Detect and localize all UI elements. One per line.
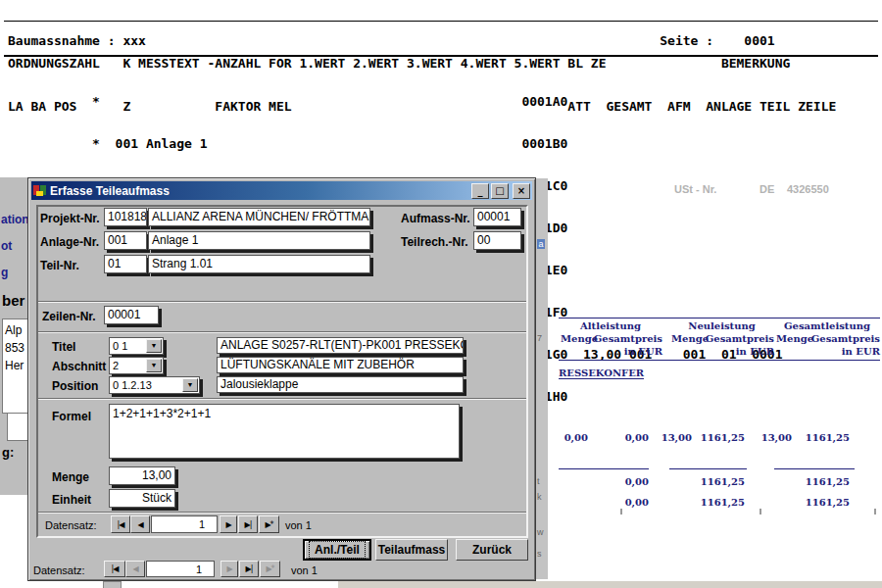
einheit-input[interactable]: Stück: [109, 489, 175, 508]
left-fragment-text: ber: [2, 292, 24, 309]
anlage-nr-input[interactable]: 001: [104, 231, 147, 250]
formel-label: Formel: [52, 410, 91, 423]
record-number-input[interactable]: 1: [146, 561, 215, 577]
record-count-label: von 1: [291, 564, 318, 576]
menge-label: Menge: [52, 470, 89, 484]
abschnitt-text-input[interactable]: LÜFTUNGSKANÄLE MIT ZUBEHÖR: [217, 357, 464, 373]
dialog-erfasse-teileaufmass: Erfasse Teileaufmass _ □ × Projekt-Nr. 1…: [27, 177, 536, 581]
previous-record-button[interactable]: ◀: [125, 561, 145, 577]
previous-record-button[interactable]: ◀: [130, 515, 150, 533]
divider: [38, 398, 526, 400]
left-address-box: Alp 853 Her: [2, 318, 30, 414]
projekt-nr-input[interactable]: 101818: [104, 208, 147, 226]
titel-text-input[interactable]: ANLAGE S0257-RLT(ENT)-PK001 PRESSEKONFER: [217, 337, 464, 354]
teilrech-nr-input[interactable]: 00: [473, 231, 521, 250]
aufmass-nr-label: Aufmass-Nr.: [401, 212, 470, 225]
teil-nr-label: Teil-Nr.: [40, 259, 79, 272]
einheit-label: Einheit: [52, 493, 91, 507]
screen: Baumassnahme : xxx Seite : 0001 ORDNUNGS…: [0, 0, 882, 588]
first-record-button[interactable]: |◀: [111, 515, 130, 533]
anlage-name-input[interactable]: Anlage 1: [148, 231, 370, 250]
teilrech-nr-label: Teilrech.-Nr.: [401, 235, 467, 249]
datensatz-label: Datensatz:: [45, 519, 97, 531]
projekt-nr-label: Projekt-Nr.: [40, 212, 100, 225]
record-count-label: von 1: [285, 519, 312, 531]
zurueck-button[interactable]: Zurück: [456, 539, 528, 561]
left-fragment-text: g: [1, 266, 8, 279]
next-record-button[interactable]: ▶: [220, 561, 238, 577]
preview-sum-rule: [669, 468, 747, 469]
last-record-button[interactable]: ▶|: [238, 515, 258, 533]
chevron-down-icon[interactable]: ▼: [182, 378, 198, 392]
position-label: Position: [52, 379, 98, 393]
titel-label: Titel: [52, 340, 75, 354]
record-number-input[interactable]: 1: [151, 515, 218, 533]
preview-table-rule: [559, 318, 880, 318]
maximize-button[interactable]: □: [491, 183, 509, 199]
position-text-input[interactable]: Jalousieklappe: [217, 376, 464, 393]
left-small-box: [7, 413, 28, 441]
bottom-window-edge: [338, 580, 882, 588]
chevron-down-icon[interactable]: ▼: [146, 359, 162, 372]
aufmass-nr-input[interactable]: 00001: [473, 208, 521, 226]
menge-input[interactable]: 13,00: [109, 466, 175, 485]
dialog-titlebar[interactable]: Erfasse Teileaufmass _ □ ×: [31, 181, 532, 200]
next-record-button[interactable]: ▶: [220, 515, 237, 533]
anlage-nr-label: Anlage-Nr.: [40, 235, 99, 249]
minimize-button[interactable]: _: [471, 183, 489, 199]
zeilen-nr-label: Zeilen-Nr.: [42, 310, 96, 323]
preview-sum-rule: [774, 468, 855, 469]
teil-nr-input[interactable]: 01: [104, 255, 147, 273]
formel-textarea[interactable]: 1+2+1+1+3*2+1+1: [109, 404, 460, 459]
dialog-title: Erfasse Teileaufmass: [50, 184, 170, 198]
datensatz-label: Datensatz:: [33, 564, 85, 576]
teil-name-input[interactable]: Strang 1.01: [148, 255, 370, 273]
preview-group-gesamtleistung: Gesamtleistung Menge Gesamtpreis in EUR: [774, 320, 880, 362]
abschnitt-combo[interactable]: 2 ▼: [109, 357, 164, 374]
last-record-button[interactable]: ▶|: [239, 561, 259, 577]
abschnitt-label: Abschnitt: [52, 360, 106, 373]
teilaufmass-button[interactable]: Teilaufmass: [375, 539, 448, 561]
position-combo[interactable]: 0 1.2.13 ▼: [109, 376, 200, 394]
chevron-down-icon[interactable]: ▼: [146, 339, 162, 353]
report-rule-header: [4, 55, 878, 57]
left-fragment-text: ation: [1, 213, 29, 226]
preview-table-rule: [559, 360, 880, 361]
close-button[interactable]: ×: [513, 183, 530, 199]
projekt-name-input[interactable]: ALLIANZ ARENA MÜNCHEN/ FRÖTTMANIN: [148, 208, 370, 226]
anl-teil-button[interactable]: Anl./Teil: [303, 539, 371, 561]
zeilen-nr-input[interactable]: 00001: [104, 306, 159, 324]
preview-group-neuleistung: Neuleistung Menge Gesamtpreis in EUR: [669, 320, 774, 362]
titel-combo[interactable]: 0 1 ▼: [109, 337, 164, 355]
first-record-button[interactable]: |◀: [104, 561, 125, 577]
left-clipped-panel: ation ot g ber Alp 853 Her g:: [0, 177, 27, 495]
divider: [38, 331, 526, 333]
new-record-button[interactable]: ▶*: [260, 561, 280, 577]
bottom-nub: [103, 581, 122, 588]
left-fragment-text: g:: [2, 445, 14, 460]
preview-group-altleistung: Altleistung Menge Gesamtpreis in EUR: [559, 320, 662, 362]
app-icon: [33, 184, 46, 197]
clipped-splitter-strip: a 7 t k w s: [535, 178, 548, 579]
divider: [38, 512, 526, 514]
report-rule-top: [4, 21, 878, 22]
preview-row-label: RESSEKONFER: [559, 368, 644, 379]
new-record-button[interactable]: ▶*: [259, 515, 279, 533]
left-fragment-text: ot: [1, 239, 12, 253]
divider: [38, 301, 526, 303]
preview-sum-rule: [559, 468, 649, 469]
report-line: * 001 Anlage 1 0001B0: [8, 136, 783, 149]
report-line: * 0001A0: [8, 94, 783, 107]
